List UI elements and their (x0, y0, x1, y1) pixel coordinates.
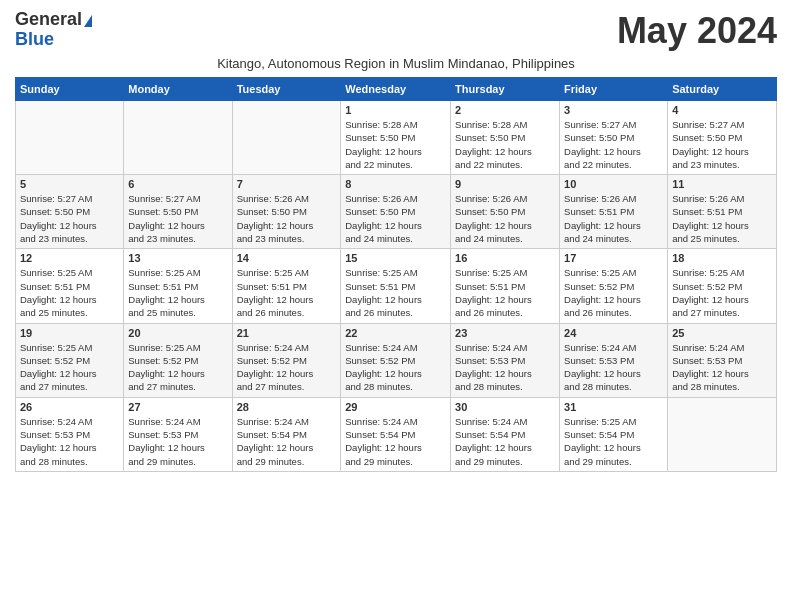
header: General Blue May 2024 (15, 10, 777, 52)
day-info: Sunrise: 5:27 AM Sunset: 5:50 PM Dayligh… (564, 118, 663, 171)
day-of-week-header: Saturday (668, 78, 777, 101)
day-of-week-header: Thursday (451, 78, 560, 101)
day-number: 19 (20, 327, 119, 339)
day-number: 27 (128, 401, 227, 413)
day-info: Sunrise: 5:24 AM Sunset: 5:53 PM Dayligh… (455, 341, 555, 394)
day-of-week-header: Sunday (16, 78, 124, 101)
day-info: Sunrise: 5:25 AM Sunset: 5:52 PM Dayligh… (672, 266, 772, 319)
calendar-header-row: SundayMondayTuesdayWednesdayThursdayFrid… (16, 78, 777, 101)
day-number: 3 (564, 104, 663, 116)
logo-triangle-icon (84, 15, 92, 27)
calendar-cell: 20Sunrise: 5:25 AM Sunset: 5:52 PM Dayli… (124, 323, 232, 397)
day-number: 17 (564, 252, 663, 264)
calendar-cell (668, 397, 777, 471)
calendar-cell: 6Sunrise: 5:27 AM Sunset: 5:50 PM Daylig… (124, 175, 232, 249)
day-number: 26 (20, 401, 119, 413)
day-number: 24 (564, 327, 663, 339)
day-info: Sunrise: 5:24 AM Sunset: 5:54 PM Dayligh… (345, 415, 446, 468)
day-of-week-header: Wednesday (341, 78, 451, 101)
day-info: Sunrise: 5:27 AM Sunset: 5:50 PM Dayligh… (128, 192, 227, 245)
day-info: Sunrise: 5:25 AM Sunset: 5:51 PM Dayligh… (345, 266, 446, 319)
day-info: Sunrise: 5:26 AM Sunset: 5:51 PM Dayligh… (672, 192, 772, 245)
calendar-cell: 18Sunrise: 5:25 AM Sunset: 5:52 PM Dayli… (668, 249, 777, 323)
day-number: 18 (672, 252, 772, 264)
day-info: Sunrise: 5:24 AM Sunset: 5:53 PM Dayligh… (128, 415, 227, 468)
day-of-week-header: Friday (560, 78, 668, 101)
day-info: Sunrise: 5:24 AM Sunset: 5:54 PM Dayligh… (237, 415, 337, 468)
calendar-cell: 10Sunrise: 5:26 AM Sunset: 5:51 PM Dayli… (560, 175, 668, 249)
day-info: Sunrise: 5:25 AM Sunset: 5:51 PM Dayligh… (237, 266, 337, 319)
day-number: 28 (237, 401, 337, 413)
day-info: Sunrise: 5:26 AM Sunset: 5:50 PM Dayligh… (237, 192, 337, 245)
day-info: Sunrise: 5:25 AM Sunset: 5:51 PM Dayligh… (455, 266, 555, 319)
day-number: 23 (455, 327, 555, 339)
day-info: Sunrise: 5:25 AM Sunset: 5:51 PM Dayligh… (128, 266, 227, 319)
subtitle: Kitango, Autonomous Region in Muslim Min… (15, 56, 777, 71)
calendar-cell: 19Sunrise: 5:25 AM Sunset: 5:52 PM Dayli… (16, 323, 124, 397)
day-number: 7 (237, 178, 337, 190)
calendar-cell: 2Sunrise: 5:28 AM Sunset: 5:50 PM Daylig… (451, 101, 560, 175)
day-number: 9 (455, 178, 555, 190)
day-number: 2 (455, 104, 555, 116)
day-info: Sunrise: 5:24 AM Sunset: 5:54 PM Dayligh… (455, 415, 555, 468)
day-info: Sunrise: 5:26 AM Sunset: 5:50 PM Dayligh… (345, 192, 446, 245)
calendar-week-row: 26Sunrise: 5:24 AM Sunset: 5:53 PM Dayli… (16, 397, 777, 471)
day-info: Sunrise: 5:25 AM Sunset: 5:52 PM Dayligh… (128, 341, 227, 394)
calendar-cell: 8Sunrise: 5:26 AM Sunset: 5:50 PM Daylig… (341, 175, 451, 249)
calendar-week-row: 19Sunrise: 5:25 AM Sunset: 5:52 PM Dayli… (16, 323, 777, 397)
calendar-table: SundayMondayTuesdayWednesdayThursdayFrid… (15, 77, 777, 472)
day-number: 20 (128, 327, 227, 339)
day-number: 25 (672, 327, 772, 339)
calendar-cell: 1Sunrise: 5:28 AM Sunset: 5:50 PM Daylig… (341, 101, 451, 175)
calendar-cell: 5Sunrise: 5:27 AM Sunset: 5:50 PM Daylig… (16, 175, 124, 249)
day-info: Sunrise: 5:25 AM Sunset: 5:51 PM Dayligh… (20, 266, 119, 319)
day-info: Sunrise: 5:28 AM Sunset: 5:50 PM Dayligh… (455, 118, 555, 171)
day-number: 16 (455, 252, 555, 264)
day-number: 11 (672, 178, 772, 190)
calendar-cell: 14Sunrise: 5:25 AM Sunset: 5:51 PM Dayli… (232, 249, 341, 323)
calendar-cell: 12Sunrise: 5:25 AM Sunset: 5:51 PM Dayli… (16, 249, 124, 323)
day-info: Sunrise: 5:25 AM Sunset: 5:54 PM Dayligh… (564, 415, 663, 468)
calendar-cell: 9Sunrise: 5:26 AM Sunset: 5:50 PM Daylig… (451, 175, 560, 249)
calendar-cell (232, 101, 341, 175)
calendar-cell: 22Sunrise: 5:24 AM Sunset: 5:52 PM Dayli… (341, 323, 451, 397)
day-number: 12 (20, 252, 119, 264)
calendar-week-row: 5Sunrise: 5:27 AM Sunset: 5:50 PM Daylig… (16, 175, 777, 249)
day-info: Sunrise: 5:24 AM Sunset: 5:52 PM Dayligh… (345, 341, 446, 394)
calendar-cell (16, 101, 124, 175)
day-number: 13 (128, 252, 227, 264)
calendar-cell: 7Sunrise: 5:26 AM Sunset: 5:50 PM Daylig… (232, 175, 341, 249)
day-info: Sunrise: 5:24 AM Sunset: 5:53 PM Dayligh… (564, 341, 663, 394)
day-info: Sunrise: 5:27 AM Sunset: 5:50 PM Dayligh… (20, 192, 119, 245)
logo-blue-text: Blue (15, 30, 92, 50)
calendar-cell: 15Sunrise: 5:25 AM Sunset: 5:51 PM Dayli… (341, 249, 451, 323)
day-info: Sunrise: 5:24 AM Sunset: 5:53 PM Dayligh… (672, 341, 772, 394)
day-number: 1 (345, 104, 446, 116)
calendar-cell: 29Sunrise: 5:24 AM Sunset: 5:54 PM Dayli… (341, 397, 451, 471)
day-number: 8 (345, 178, 446, 190)
day-info: Sunrise: 5:26 AM Sunset: 5:51 PM Dayligh… (564, 192, 663, 245)
day-number: 15 (345, 252, 446, 264)
calendar-week-row: 12Sunrise: 5:25 AM Sunset: 5:51 PM Dayli… (16, 249, 777, 323)
calendar-cell: 28Sunrise: 5:24 AM Sunset: 5:54 PM Dayli… (232, 397, 341, 471)
calendar-cell: 27Sunrise: 5:24 AM Sunset: 5:53 PM Dayli… (124, 397, 232, 471)
day-info: Sunrise: 5:25 AM Sunset: 5:52 PM Dayligh… (564, 266, 663, 319)
logo-general-text: General (15, 9, 82, 29)
day-number: 22 (345, 327, 446, 339)
day-number: 21 (237, 327, 337, 339)
calendar-cell: 11Sunrise: 5:26 AM Sunset: 5:51 PM Dayli… (668, 175, 777, 249)
day-number: 14 (237, 252, 337, 264)
calendar-cell: 3Sunrise: 5:27 AM Sunset: 5:50 PM Daylig… (560, 101, 668, 175)
calendar-cell: 16Sunrise: 5:25 AM Sunset: 5:51 PM Dayli… (451, 249, 560, 323)
day-number: 4 (672, 104, 772, 116)
day-info: Sunrise: 5:26 AM Sunset: 5:50 PM Dayligh… (455, 192, 555, 245)
day-of-week-header: Monday (124, 78, 232, 101)
calendar-cell: 23Sunrise: 5:24 AM Sunset: 5:53 PM Dayli… (451, 323, 560, 397)
calendar-cell: 26Sunrise: 5:24 AM Sunset: 5:53 PM Dayli… (16, 397, 124, 471)
day-info: Sunrise: 5:24 AM Sunset: 5:53 PM Dayligh… (20, 415, 119, 468)
calendar-cell: 13Sunrise: 5:25 AM Sunset: 5:51 PM Dayli… (124, 249, 232, 323)
day-number: 10 (564, 178, 663, 190)
day-number: 6 (128, 178, 227, 190)
day-info: Sunrise: 5:25 AM Sunset: 5:52 PM Dayligh… (20, 341, 119, 394)
logo: General Blue (15, 10, 92, 50)
